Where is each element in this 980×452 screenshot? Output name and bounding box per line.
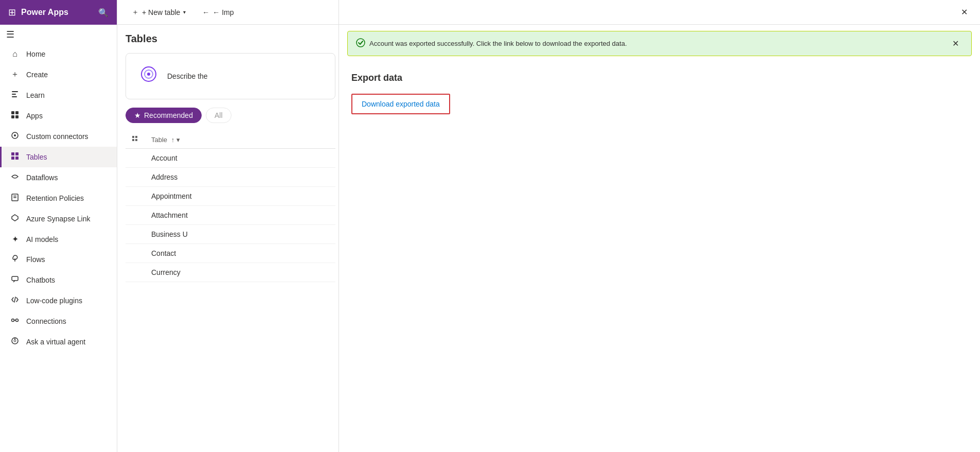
- sidebar-item-chatbots[interactable]: Chatbots: [0, 270, 117, 290]
- sidebar-item-learn[interactable]: Learn: [0, 85, 117, 106]
- export-panel: ✕ Account was exported successfully. Cli…: [338, 0, 980, 452]
- tables-icon: [10, 152, 20, 162]
- svg-rect-17: [12, 276, 18, 281]
- table-row[interactable]: Address: [126, 168, 335, 187]
- sidebar-item-apps[interactable]: Apps: [0, 106, 117, 126]
- tables-title: Tables: [126, 33, 335, 45]
- sidebar-item-label: Retention Policies: [26, 194, 84, 202]
- sidebar-item-label: Dataflows: [26, 173, 58, 182]
- retention-icon: [10, 193, 20, 203]
- sidebar-item-label: Ask a virtual agent: [26, 338, 85, 346]
- sidebar-item-label: Apps: [26, 112, 43, 120]
- svg-rect-15: [13, 197, 16, 198]
- import-button[interactable]: ← ← Imp: [196, 5, 240, 20]
- chatbots-icon: [10, 275, 20, 285]
- table-row[interactable]: Business U: [126, 225, 335, 244]
- new-table-button[interactable]: ＋ + New table ▾: [126, 5, 192, 20]
- svg-rect-1: [12, 94, 16, 95]
- svg-rect-5: [11, 115, 14, 118]
- collapse-icon[interactable]: ☰: [6, 29, 14, 40]
- tables-section: Tables Describe the ★ Recommended All: [117, 25, 344, 452]
- close-banner-button[interactable]: ✕: [948, 37, 963, 50]
- sidebar-item-label: Azure Synapse Link: [26, 215, 91, 223]
- success-message: Account was exported successfully. Click…: [369, 40, 627, 47]
- svg-rect-12: [15, 157, 19, 160]
- svg-point-26: [147, 73, 150, 76]
- main-content: ＋ + New table ▾ ← ← Imp Tables Describe …: [117, 0, 980, 452]
- sidebar-item-label: AI models: [26, 235, 58, 244]
- table-row[interactable]: Appointment: [126, 187, 335, 206]
- svg-rect-11: [11, 157, 14, 160]
- connections-icon: [10, 316, 20, 326]
- svg-rect-0: [12, 91, 18, 92]
- table-col-name[interactable]: Table ↑ ▾: [145, 131, 335, 149]
- svg-point-18: [12, 319, 14, 322]
- svg-rect-29: [132, 139, 134, 141]
- svg-point-19: [16, 319, 19, 322]
- home-icon: ⌂: [10, 49, 20, 59]
- row-icon: [126, 244, 145, 263]
- success-icon: [356, 38, 365, 49]
- plus-icon: ＋: [132, 8, 139, 17]
- new-table-label: + New table: [142, 8, 180, 16]
- ai-describe-card[interactable]: Describe the: [126, 53, 335, 99]
- import-label: ← Imp: [212, 8, 234, 16]
- row-name: Currency: [145, 263, 335, 282]
- nav-list: ⌂ Home ＋ Create Learn Apps Custom connec…: [0, 44, 117, 452]
- svg-rect-6: [15, 115, 19, 118]
- sort-dropdown-icon[interactable]: ▾: [176, 136, 180, 144]
- filter-label: Recommended: [144, 111, 193, 119]
- sidebar-item-connections[interactable]: Connections: [0, 311, 117, 332]
- table-row[interactable]: Currency: [126, 263, 335, 282]
- row-icon: [126, 187, 145, 206]
- table-row[interactable]: Account: [126, 149, 335, 168]
- sidebar-item-ask-virtual-agent[interactable]: Ask a virtual agent: [0, 332, 117, 352]
- sidebar-item-ai-models[interactable]: ✦ AI models: [0, 229, 117, 249]
- chevron-down-icon: ▾: [183, 9, 186, 15]
- sidebar-item-retention-policies[interactable]: Retention Policies: [0, 188, 117, 208]
- ai-icon: [138, 64, 159, 89]
- svg-rect-9: [11, 152, 14, 155]
- sidebar-item-azure-synapse[interactable]: Azure Synapse Link: [0, 208, 117, 229]
- row-name: Attachment: [145, 206, 335, 225]
- svg-rect-28: [135, 136, 137, 138]
- ai-models-icon: ✦: [10, 234, 20, 244]
- create-icon: ＋: [10, 69, 20, 80]
- table-row[interactable]: Contact: [126, 244, 335, 263]
- row-icon: [126, 168, 145, 187]
- svg-rect-4: [15, 111, 19, 114]
- svg-point-22: [14, 340, 16, 342]
- svg-rect-30: [135, 139, 137, 141]
- sidebar-item-label: Flows: [26, 255, 45, 264]
- sidebar-item-flows[interactable]: Flows: [0, 249, 117, 270]
- virtual-agent-icon: [10, 337, 20, 347]
- export-content: Export data Download exported data: [339, 62, 980, 125]
- row-name: Contact: [145, 244, 335, 263]
- sidebar-item-label: Learn: [26, 91, 45, 99]
- table-row[interactable]: Attachment: [126, 206, 335, 225]
- search-icon[interactable]: 🔍: [98, 8, 109, 18]
- sidebar-item-low-code-plugins[interactable]: Low-code plugins: [0, 290, 117, 311]
- sidebar-item-label: Connections: [26, 317, 66, 325]
- svg-rect-2: [12, 96, 17, 97]
- svg-rect-27: [132, 136, 134, 138]
- download-exported-data-button[interactable]: Download exported data: [351, 94, 450, 114]
- sidebar-item-dataflows[interactable]: Dataflows: [0, 167, 117, 188]
- sidebar-item-tables[interactable]: Tables: [0, 147, 117, 167]
- filter-all-label: All: [215, 111, 223, 119]
- export-panel-header: ✕: [339, 0, 980, 25]
- azure-synapse-icon: [10, 214, 20, 224]
- sidebar-item-custom-connectors[interactable]: Custom connectors: [0, 126, 117, 147]
- export-title: Export data: [351, 73, 968, 83]
- sidebar-item-label: Create: [26, 71, 48, 79]
- svg-rect-3: [11, 111, 14, 114]
- row-icon: [126, 263, 145, 282]
- import-icon: ←: [202, 8, 209, 16]
- waffle-icon[interactable]: ⊞: [8, 7, 16, 18]
- close-panel-button[interactable]: ✕: [957, 5, 972, 19]
- sidebar-item-create[interactable]: ＋ Create: [0, 64, 117, 85]
- filter-all[interactable]: All: [206, 108, 231, 123]
- sidebar-item-home[interactable]: ⌂ Home: [0, 44, 117, 64]
- filter-recommended[interactable]: ★ Recommended: [126, 108, 202, 123]
- row-icon: [126, 149, 145, 168]
